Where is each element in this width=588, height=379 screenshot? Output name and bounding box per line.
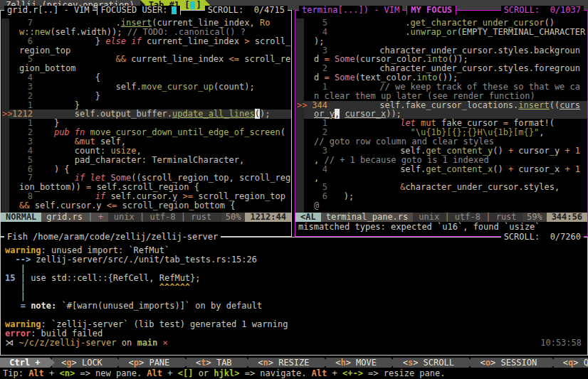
pane-grid-rs[interactable]: grid.r[..] - VIM FOCUSED USER: SCROLL: 0…: [0, 10, 292, 237]
code-token: scroll_region_bottom {: [117, 201, 235, 210]
keybind-tab[interactable]: <t> TAB: [187, 358, 246, 368]
terminal-text: zellij-server/src/./unit/tab_tests.rs:15…: [36, 255, 257, 265]
terminal-text: on: [117, 338, 137, 348]
code-token: current_line_index: [142, 36, 245, 46]
code-line[interactable]: 4 .unwrap_or(EMPTY_TERMINAL_CHARACTER: [295, 28, 587, 37]
pane-terminal-pane-rs[interactable]: termina[...]) - VIM MY FOCUS SCROLL: 0/1…: [295, 10, 588, 237]
pane-title: Fish /home/aram/code/zellij/zellij-serve…: [4, 233, 221, 242]
tip-text: Tip:: [3, 368, 28, 378]
code-text: );: [328, 192, 354, 201]
vim-mode: NORMAL: [1, 213, 41, 222]
keybind-move[interactable]: <h> MOVE: [326, 358, 391, 368]
tip-text: +: [327, 368, 342, 378]
code-text: ,: [314, 174, 319, 183]
terminal-line: --> zellij-server/src/./unit/tab_tests.r…: [1, 255, 587, 265]
key-letter: p: [134, 358, 139, 368]
modified-flag: +: [98, 212, 103, 222]
clock: 10:53:58: [540, 338, 582, 348]
code-token: self.cursor.y: [29, 201, 106, 210]
terminal-text: warning: [5, 245, 41, 255]
terminal-text: ~/c/z/zellij-server: [19, 338, 116, 348]
line-number: 3: [12, 82, 33, 92]
tip-text: Alt: [312, 368, 327, 378]
cursor-position: 1212:44: [245, 213, 291, 222]
statusline-below: [4, 223, 291, 232]
key-letter: t: [201, 358, 206, 368]
terminal-line: = note: `#[warn(unused_imports)]` on by …: [1, 301, 587, 311]
code-text: } else if current_line_index > scroll_: [33, 37, 290, 46]
tip-text: => resize pane.: [363, 368, 446, 378]
line-number: 4: [12, 146, 33, 156]
code-line[interactable]: 4 self.get_content_x() + cursor_x + 1: [295, 165, 587, 174]
file-meta: unix | utf-8 | rust: [413, 213, 523, 222]
code-token: ((: [550, 100, 560, 110]
key-label: > MOVE: [346, 358, 387, 368]
code-area[interactable]: 5 .get_character_under_cursor()4 .unwrap…: [295, 18, 587, 210]
code-text: &character_under_cursor.styles,: [328, 183, 560, 192]
code-line[interactable]: @: [295, 201, 587, 210]
terminal-text: ×: [163, 338, 168, 348]
key-letter: q: [568, 358, 573, 368]
terminal-text: `#[warn(unused_imports)]` on by default: [56, 301, 262, 311]
keybind-resize[interactable]: <n> RESIZE: [248, 358, 324, 368]
code-token: (): [493, 146, 508, 156]
code-token: self.: [328, 164, 426, 174]
code-area[interactable]: 7 .insert(current_line_index, Row::new(s…: [1, 18, 291, 210]
key-label: > TAB: [206, 358, 242, 368]
shell-prompt[interactable]: ⋊ ~/c/z/zellij-server on main ×10:53:58: [1, 338, 587, 348]
keybind-pane[interactable]: <p> PANE: [119, 358, 184, 368]
terminal-text: =: [5, 301, 31, 311]
pane-fish-shell[interactable]: Fish /home/aram/code/zellij/zellij-serve…: [0, 237, 588, 356]
code-token: &&: [19, 201, 29, 210]
code-token: (: [255, 109, 260, 119]
key-bracket: <: [330, 358, 340, 368]
code-token: update_all_lines: [172, 109, 255, 119]
tip-text: +: [44, 368, 60, 378]
tip-text: <+->: [342, 368, 363, 378]
key-letter: h: [340, 358, 345, 368]
code-token: [570, 164, 575, 174]
code-token: [570, 146, 575, 156]
tip-bar: Tip: Alt + <n> => new pane. Alt + <[] or…: [0, 368, 588, 379]
terminal-text: [26, 282, 159, 292]
code-text: self.get_content_x() + cursor_x + 1: [328, 165, 580, 174]
key-bracket: <: [56, 358, 66, 368]
key-label: > RESIZE: [268, 358, 320, 368]
keybind-lock[interactable]: <g> LOCK: [52, 358, 117, 368]
line-number: 5: [307, 18, 327, 28]
file-meta: unix | utf-8 | rust: [108, 213, 221, 222]
scroll-indicator: SCROLL: 0/4715: [205, 6, 288, 15]
key-letter: n: [263, 358, 268, 368]
terminal-output[interactable]: warning: unused import: `RefMut` --> zel…: [1, 246, 587, 348]
tip-text: <n>: [60, 368, 75, 378]
terminal-text: 15 |: [5, 273, 31, 283]
tip-text: Alt: [147, 368, 162, 378]
code-token: +: [565, 164, 569, 174]
code-token: (: [280, 127, 285, 137]
key-letter: g: [66, 358, 71, 368]
code-text: );: [314, 37, 324, 46]
code-token: else if: [105, 36, 142, 46]
zellij-screen: Zellij (pricey-operation) Tab #1 [] grid…: [0, 0, 588, 379]
code-text: self.output_buffer.update_all_lines();: [33, 110, 270, 119]
terminal-text: ^^^^^^: [159, 282, 190, 292]
tip-text: <[]: [178, 368, 194, 378]
terminal-text: : unused import: `RefMut`: [41, 245, 170, 255]
scroll-indicator: SCROLL: 0/7260: [501, 233, 584, 242]
keybind-scroll[interactable]: <s> SCROLL: [393, 358, 468, 368]
code-token: move_cursor_up: [142, 82, 214, 92]
code-line[interactable]: 6 );: [295, 192, 587, 201]
terminal-text: error: [5, 329, 31, 338]
scroll-percent: 59%: [523, 213, 547, 222]
keybind-quit[interactable]: <q> QUIT: [554, 358, 588, 368]
terminal-text: use std::cell::{RefCell, RefMut};: [31, 273, 200, 283]
keybind-session[interactable]: <o> SESSION: [471, 358, 551, 368]
vim-mode: <AL: [295, 213, 321, 222]
terminal-text: warning: [5, 319, 41, 329]
key-label: > LOCK: [71, 358, 112, 368]
line-number: 3: [12, 137, 33, 146]
my-focus-indicator: MY FOCUS: [406, 6, 456, 15]
pane-title-row: Fish /home/aram/code/zellij/zellij-serve…: [4, 233, 584, 242]
scroll-percent: 50%: [221, 213, 246, 222]
code-line[interactable]: && self.cursor.y <= scroll_region_bottom…: [1, 201, 291, 210]
